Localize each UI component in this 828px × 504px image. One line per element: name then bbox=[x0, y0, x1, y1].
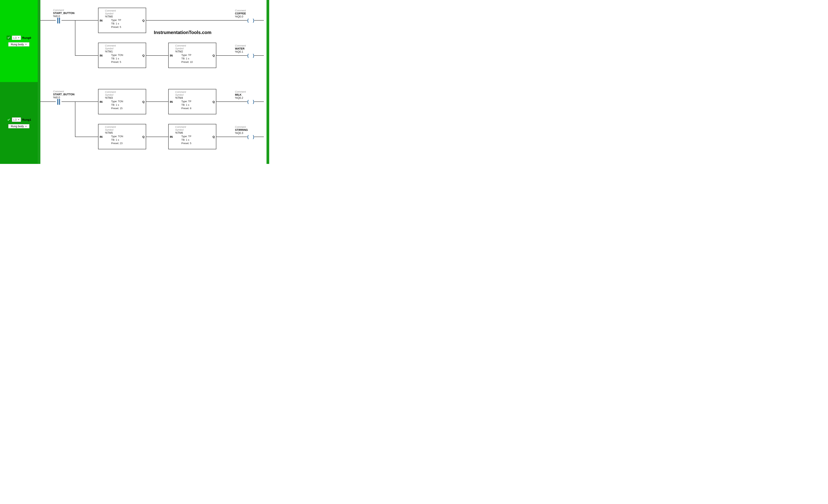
timer-preset: Preset: 23 bbox=[111, 142, 141, 145]
in-port: IN bbox=[99, 135, 102, 138]
comment-label: Comment bbox=[175, 126, 211, 128]
language-select[interactable]: LD▼ bbox=[12, 36, 21, 40]
chevron-down-icon: ▼ bbox=[25, 43, 27, 45]
wire bbox=[216, 101, 247, 102]
timer-preset: Preset: 15 bbox=[111, 107, 141, 110]
timer-tm2[interactable]: IN Q Comment Symbol %TM2 Type: TP TB: 1 … bbox=[168, 43, 216, 68]
chevron-down-icon: ▼ bbox=[18, 119, 19, 121]
timer-tm5[interactable]: IN Q Comment Symbol %TM5 Type: TON TB: 1… bbox=[98, 124, 146, 149]
comment-label: Comment bbox=[105, 9, 141, 12]
check-icon bbox=[6, 118, 11, 122]
symbol-label: Symbol bbox=[105, 47, 141, 50]
timer-preset: Preset: 5 bbox=[111, 60, 141, 64]
chevron-down-icon: ▼ bbox=[25, 125, 27, 127]
rung-name: Rung1 bbox=[22, 118, 31, 121]
q-port: Q bbox=[212, 54, 215, 57]
rung-panel-1[interactable]: LD▼ Rung1 Rung body▼ bbox=[0, 82, 38, 164]
contact-address: %I0.0 bbox=[53, 96, 84, 99]
symbol-label: Symbol bbox=[105, 93, 141, 96]
wire bbox=[254, 101, 264, 102]
timer-tm1[interactable]: IN Q Comment Symbol %TM1 Type: TON TB: 1… bbox=[98, 43, 146, 68]
in-port: IN bbox=[170, 54, 173, 57]
in-port: IN bbox=[170, 135, 173, 138]
coil-icon: () bbox=[247, 135, 254, 139]
wire bbox=[40, 101, 56, 102]
timer-tb: TB: 1 s bbox=[111, 22, 141, 26]
comment-label: Comment bbox=[53, 90, 84, 93]
timer-tm3[interactable]: IN Q Comment Symbol %TM3 Type: TON TB: 1… bbox=[98, 89, 146, 114]
symbol-label: Symbol bbox=[175, 128, 211, 131]
timer-tb: TB: 1 s bbox=[111, 57, 141, 60]
contact-start-button[interactable]: Comment START_BUTTON %I0.0 bbox=[56, 99, 61, 105]
timer-type: Type: TON bbox=[111, 53, 141, 57]
coil-address: %Q0.2 bbox=[235, 96, 258, 99]
no-contact-icon bbox=[56, 18, 61, 24]
q-port: Q bbox=[142, 135, 144, 138]
comment-label: Comment bbox=[105, 91, 141, 93]
comment-label: Comment bbox=[235, 44, 258, 47]
symbol-label: Symbol bbox=[175, 47, 211, 50]
timer-preset: Preset: 8 bbox=[181, 107, 211, 110]
coil-water[interactable]: Comment WATER %Q0.1 () bbox=[247, 53, 254, 58]
q-port: Q bbox=[212, 135, 215, 138]
coil-milk[interactable]: Comment MILK %Q0.2 () bbox=[247, 99, 254, 104]
wire bbox=[61, 101, 98, 102]
coil-coffee[interactable]: Comment COFFEE %Q0.0 () bbox=[247, 18, 254, 23]
comment-label: Comment bbox=[53, 9, 84, 11]
timer-type: Type: TON bbox=[111, 100, 141, 103]
timer-address: %TM1 bbox=[105, 50, 141, 53]
timer-address: %TM0 bbox=[105, 15, 141, 18]
ladder-editor: LD▼ Rung0 Rung body▼ LD▼ Rung1 Rung body… bbox=[0, 0, 269, 164]
q-port: Q bbox=[142, 100, 144, 103]
contact-symbol-name: START_BUTTON bbox=[53, 11, 84, 14]
wire bbox=[254, 55, 264, 56]
wire bbox=[216, 55, 247, 56]
wire bbox=[146, 20, 247, 20]
timer-address: %TM4 bbox=[175, 96, 211, 99]
timer-address: %TM2 bbox=[175, 50, 211, 53]
power-rail-left bbox=[38, 0, 40, 164]
timer-type: Type: TP bbox=[181, 53, 211, 57]
rung-name: Rung0 bbox=[22, 36, 31, 39]
rung-body-select[interactable]: Rung body▼ bbox=[8, 42, 30, 46]
timer-preset: Preset: 5 bbox=[181, 142, 211, 145]
timer-tm0[interactable]: IN Q Comment Symbol %TM0 Type: TP TB: 1 … bbox=[98, 8, 146, 33]
language-select[interactable]: LD▼ bbox=[12, 118, 21, 122]
contact-start-button[interactable]: Comment START_BUTTON %I0.0 bbox=[56, 18, 61, 24]
coil-icon: () bbox=[247, 99, 254, 104]
wire bbox=[146, 55, 168, 56]
comment-label: Comment bbox=[235, 9, 258, 12]
wire bbox=[61, 20, 98, 20]
timer-type: Type: TP bbox=[111, 18, 141, 22]
comment-label: Comment bbox=[235, 126, 258, 128]
wire bbox=[75, 20, 75, 56]
check-icon bbox=[6, 36, 11, 40]
rung-sidebar: LD▼ Rung0 Rung body▼ LD▼ Rung1 Rung body… bbox=[0, 0, 38, 164]
rung-0: Comment START_BUTTON %I0.0 IN Q Comment … bbox=[40, 0, 266, 81]
rung-panel-0[interactable]: LD▼ Rung0 Rung body▼ bbox=[0, 0, 38, 82]
timer-tm6[interactable]: IN Q Comment Symbol %TM6 Type: TP TB: 1 … bbox=[168, 124, 216, 149]
wire bbox=[146, 137, 168, 137]
wire bbox=[254, 20, 264, 20]
timer-tb: TB: 1 s bbox=[111, 103, 141, 107]
coil-symbol-name: MILK bbox=[235, 93, 258, 96]
rung-1: Comment START_BUTTON %I0.0 IN Q Comment … bbox=[40, 81, 266, 163]
timer-tb: TB: 1 s bbox=[181, 57, 211, 60]
timer-preset: Preset: 10 bbox=[181, 60, 211, 64]
timer-address: %TM3 bbox=[105, 96, 141, 99]
q-port: Q bbox=[142, 19, 144, 22]
rung-body-select[interactable]: Rung body▼ bbox=[8, 124, 30, 128]
wire bbox=[146, 101, 168, 102]
timer-tm4[interactable]: IN Q Comment Symbol %TM4 Type: TP TB: 1 … bbox=[168, 89, 216, 114]
wire bbox=[75, 101, 75, 137]
q-port: Q bbox=[142, 54, 144, 57]
comment-label: Comment bbox=[105, 126, 141, 128]
ladder-canvas[interactable]: InstrumentationTools.com Comment START_B… bbox=[40, 0, 266, 164]
chevron-down-icon: ▼ bbox=[18, 37, 19, 39]
symbol-label: Symbol bbox=[105, 12, 141, 15]
coil-symbol-name: COFFEE bbox=[235, 12, 258, 15]
in-port: IN bbox=[99, 100, 102, 103]
coil-stirring[interactable]: Comment STIRRING %Q0.3 () bbox=[247, 135, 254, 139]
timer-address: %TM6 bbox=[175, 131, 211, 134]
in-port: IN bbox=[170, 100, 173, 103]
